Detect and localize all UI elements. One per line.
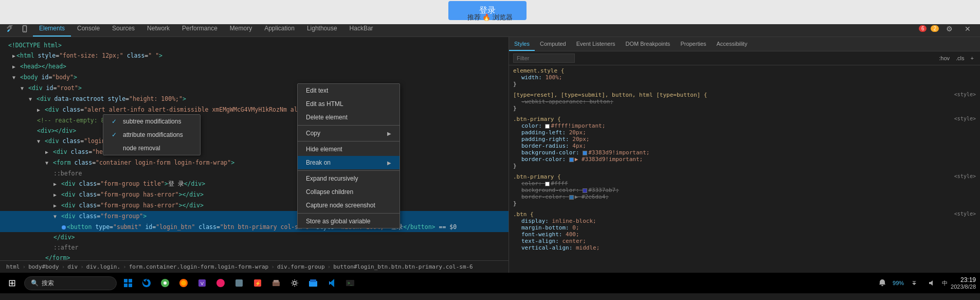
style-prop[interactable]: background-color: #3383d9!important; (513, 149, 976, 156)
style-prop[interactable]: font-weight: 400; (513, 231, 976, 238)
submenu-subtree[interactable]: ✓ subtree modifications (103, 115, 200, 128)
taskbar-app9[interactable] (269, 276, 283, 290)
style-selector-row: .btn-primary { <style> (513, 173, 976, 180)
inspect-icon[interactable] (4, 23, 16, 35)
breadcrumb-button[interactable]: button#login_btn.btn.btn-primary.col-sm-… (331, 263, 475, 270)
breadcrumb-body[interactable]: body#body (26, 263, 61, 270)
taskbar-vscode[interactable] (324, 276, 339, 290)
devtools-panel: Elements Console Sources Network Perform… (0, 21, 980, 273)
hov-btn[interactable]: :hov (937, 55, 952, 62)
taskbar-left: ⊞ 🔍 搜索 V ⚡ (4, 275, 357, 291)
taskbar-app8[interactable]: ⚡ (250, 276, 265, 290)
taskbar-search[interactable]: 🔍 搜索 (24, 276, 117, 290)
taskbar-app5[interactable]: V (195, 276, 209, 290)
style-prop[interactable]: width: 100%; (513, 74, 976, 81)
context-menu-store-global[interactable]: Store as global variable (298, 215, 400, 228)
style-prop[interactable]: padding-left: 20px; (513, 129, 976, 136)
taskbar-settings[interactable] (287, 276, 302, 290)
context-menu-edit-html[interactable]: Edit as HTML (298, 97, 400, 111)
taskbar: ⊞ 🔍 搜索 V ⚡ (0, 273, 980, 293)
close-devtools-icon[interactable]: ✕ (961, 23, 974, 35)
svg-point-7 (164, 281, 167, 285)
taskbar-app6[interactable] (213, 276, 228, 290)
context-menu-collapse[interactable]: Collapse children (298, 185, 400, 199)
network-icon[interactable] (907, 276, 921, 290)
taskbar-chrome[interactable] (158, 276, 172, 290)
devtools-actions: 6 2 ⚙ ✕ (919, 23, 976, 35)
error-badge: 6 (919, 25, 927, 32)
style-rule: .btn-primary { <style> color: #ffff back… (513, 173, 976, 207)
breadcrumb-div-login[interactable]: div.login. (84, 263, 122, 270)
taskbar-terminal[interactable]: >_ (343, 276, 357, 290)
style-selector-row: .btn-primary { <style> (513, 116, 976, 122)
breadcrumb-html[interactable]: html (4, 263, 22, 270)
warning-badge: 2 (931, 25, 939, 32)
taskbar-app10[interactable] (306, 276, 320, 290)
context-menu-break-on[interactable]: Break on ▶ (298, 156, 400, 169)
style-prop[interactable]: border-radius: 4px; (513, 143, 976, 149)
settings-icon[interactable]: ⚙ (943, 23, 955, 35)
add-rule-btn[interactable]: + (969, 55, 976, 62)
taskbar-edge[interactable] (139, 276, 154, 290)
search-icon: 🔍 (31, 279, 39, 287)
submenu-attribute[interactable]: ✓ attribute modifications (103, 128, 200, 142)
style-rule: .btn-primary { <style> color: #ffff!impo… (513, 116, 976, 169)
context-menu-delete[interactable]: Delete element (298, 111, 400, 124)
html-line: ▶<html style="font-size: 12px;" class=" … (0, 50, 509, 61)
style-prop[interactable]: border-color: ▶ #3383d9!important; (513, 156, 976, 163)
style-prop[interactable]: color: #ffff (513, 180, 976, 187)
tab-styles[interactable]: Styles (509, 37, 535, 51)
style-prop[interactable]: color: #ffff!important; (513, 122, 976, 129)
cls-btn[interactable]: .cls (954, 55, 967, 62)
html-line: ▼ <div class="form-group"> (0, 211, 509, 222)
style-prop[interactable]: border-color: ▶ #2e6da4; (513, 193, 976, 200)
taskbar-firefox[interactable] (176, 276, 191, 290)
filter-input[interactable] (513, 54, 575, 63)
html-line: ▶ <head></head> (0, 61, 509, 72)
html-line: ▶ <div class="header"></div> (0, 147, 509, 157)
styles-panel: Styles Computed Event Listeners DOM Brea… (509, 37, 980, 273)
html-line: <!DOCTYPE html> (0, 40, 509, 50)
context-menu-screenshot[interactable]: Capture node screenshot (298, 199, 400, 212)
html-line: </div> (0, 232, 509, 242)
style-prop[interactable]: margin-bottom: 0; (513, 224, 976, 231)
taskbar-apps[interactable] (121, 276, 135, 290)
breadcrumb-form-group[interactable]: div.form-group (275, 263, 327, 270)
check-icon: ✓ (112, 118, 119, 125)
breadcrumb: html › body#body › div › div.login. › fo… (0, 260, 509, 273)
style-prop[interactable]: display: inline-block; (513, 218, 976, 224)
style-prop[interactable]: padding-right: 20px; (513, 136, 976, 143)
breadcrumb-form[interactable]: form.container.login-form.login-form-wra… (127, 263, 271, 270)
context-menu-edit-text[interactable]: Edit text (298, 84, 400, 97)
html-line: <button type="submit" id="login_btn" cla… (0, 222, 509, 232)
html-line: <!-- react-empty: 8 --> (0, 115, 509, 126)
notification-icon[interactable] (875, 276, 890, 290)
context-menu-expand[interactable]: Expand recursively (298, 172, 400, 185)
svg-point-1 (24, 30, 25, 31)
tab-dom-breakpoints[interactable]: DOM Breakpoints (621, 37, 676, 51)
devtools-content: <!DOCTYPE html> ▶<html style="font-size:… (0, 37, 980, 273)
volume-icon[interactable] (924, 276, 939, 290)
style-prop[interactable]: background-color: #3337ab7; (513, 187, 976, 193)
style-prop[interactable]: -webkit-appearance: button; (513, 98, 976, 105)
check-icon: ✓ (112, 131, 119, 138)
context-menu-copy[interactable]: Copy ▶ (298, 127, 400, 140)
submenu-node-removal[interactable]: ✓ node removal (103, 142, 200, 155)
clock: 23:19 2023/8/28 (951, 276, 976, 290)
context-menu-hide[interactable]: Hide element (298, 143, 400, 156)
svg-rect-13 (235, 279, 243, 287)
style-selector-row: [type=reset], [type=submit], button, htm… (513, 92, 976, 98)
style-prop[interactable]: text-align: center; (513, 238, 976, 244)
context-menu: Edit text Edit as HTML Delete element Co… (297, 83, 400, 228)
tab-computed[interactable]: Computed (535, 37, 571, 51)
mobile-icon[interactable] (19, 23, 31, 35)
tab-event-listeners[interactable]: Event Listeners (571, 37, 621, 51)
style-prop[interactable]: vertical-align: middle; (513, 244, 976, 251)
taskbar-app7[interactable] (232, 276, 246, 290)
html-line: ::before (0, 168, 509, 179)
filter-buttons: :hov .cls + (937, 55, 976, 62)
tab-properties[interactable]: Properties (675, 37, 711, 51)
breadcrumb-div[interactable]: div (65, 263, 80, 270)
tab-accessibility[interactable]: Accessibility (712, 37, 753, 51)
start-button[interactable]: ⊞ (4, 275, 20, 291)
